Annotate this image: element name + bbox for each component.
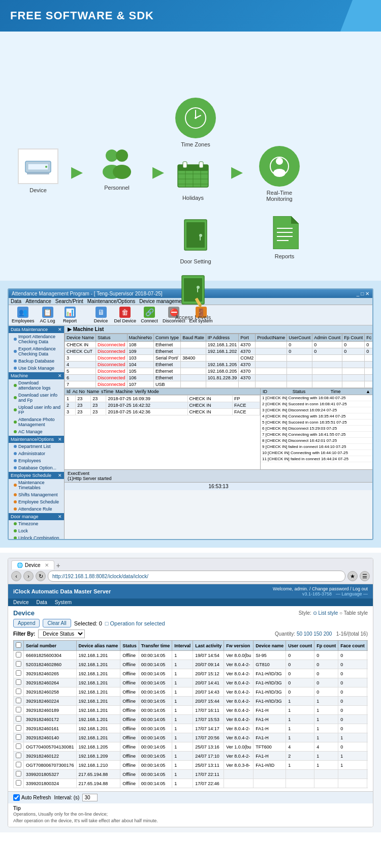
tab-report[interactable]: 📊 Report: [61, 307, 79, 323]
sidebar-export[interactable]: Export Attendance Checking Data: [9, 345, 64, 357]
log-row[interactable]: 123232018-07-25 16:09:39CHECK INFP: [65, 396, 260, 402]
list-item[interactable]: 3929182460172192.168.1.201Offline00:00:1…: [14, 715, 368, 724]
tab-close[interactable]: ✕: [45, 562, 49, 568]
row-checkbox[interactable]: [16, 762, 21, 767]
select-all-cb[interactable]: [16, 642, 21, 648]
table-row[interactable]: CHECK INDisconnected108Ethernet192.168.1…: [65, 342, 373, 348]
table-row[interactable]: 3Disconnected103Serial Port/38400COM2: [65, 355, 373, 362]
row-checkbox[interactable]: [16, 716, 21, 722]
list-item[interactable]: 3929182460264192.168.1.201Offline00:00:1…: [14, 678, 368, 687]
list-item[interactable]: 3399201805327217.65.194.88Offline00:00:1…: [14, 770, 368, 779]
sidebar-employees[interactable]: Employees: [9, 457, 64, 464]
sidebar-dl-user[interactable]: Download user info and Fp: [9, 392, 64, 404]
nav-menu-device[interactable]: Device: [13, 600, 29, 605]
sidebar-section-door[interactable]: Door manage✕: [9, 513, 64, 520]
list-item[interactable]: 3929182460189192.168.1.201Offline00:00:1…: [14, 706, 368, 715]
sidebar-disk[interactable]: Use Disk Manage: [9, 365, 64, 372]
browser-tab-device[interactable]: 🌐 Device ✕: [11, 560, 54, 570]
sidebar-photo[interactable]: Attendance Photo Management: [9, 416, 64, 428]
bookmark-btn[interactable]: ★: [347, 571, 358, 581]
filter-select[interactable]: Device Status: [38, 630, 85, 638]
sidebar-section-machine[interactable]: Machine✕: [9, 372, 64, 379]
row-checkbox[interactable]: [16, 679, 21, 685]
row-checkbox-cell[interactable]: [14, 669, 24, 678]
sidebar-dept[interactable]: Department List: [9, 443, 64, 450]
sidebar-ac[interactable]: AC Manage: [9, 428, 64, 435]
sidebar-emp-schedule[interactable]: Employee Schedule: [9, 498, 64, 505]
row-checkbox-cell[interactable]: [14, 660, 24, 669]
tab-ac-log[interactable]: 📋 AC Log: [39, 307, 57, 323]
table-row[interactable]: 4Disconnected104Ethernet192.168.1.205437…: [65, 362, 373, 368]
table-style-option[interactable]: ○ Table style: [339, 610, 368, 616]
btn-connect[interactable]: 🔗 Connect: [140, 307, 158, 323]
list-item[interactable]: 3929182460224192.168.1.201Offline00:00:1…: [14, 697, 368, 706]
list-item[interactable]: 3929182460161192.168.1.201Offline00:00:1…: [14, 724, 368, 733]
row-checkbox-cell[interactable]: [14, 651, 24, 660]
row-checkbox-cell[interactable]: [14, 697, 24, 706]
row-checkbox[interactable]: [16, 689, 21, 694]
qty-100[interactable]: 100: [304, 631, 312, 637]
sidebar-section-schedule[interactable]: Employee Schedule✕: [9, 472, 64, 479]
list-item[interactable]: 3399201800324217.65.194.88Offline00:00:1…: [14, 779, 368, 788]
menu-data[interactable]: Data: [11, 298, 21, 304]
btn-device[interactable]: 🖥 Device: [92, 307, 110, 323]
row-checkbox[interactable]: [16, 652, 21, 657]
sidebar-att-rule[interactable]: Attendance Rule: [9, 505, 64, 513]
row-checkbox-cell[interactable]: [14, 779, 24, 788]
row-checkbox-cell[interactable]: [14, 724, 24, 733]
qty-200[interactable]: 200: [324, 631, 332, 637]
tab-employees[interactable]: 👥 Employees: [12, 307, 35, 323]
table-row[interactable]: 5Disconnected105Ethernet192.168.0.205437…: [65, 368, 373, 375]
append-btn[interactable]: Append: [13, 619, 40, 627]
row-checkbox[interactable]: [16, 734, 21, 740]
row-checkbox-cell[interactable]: [14, 742, 24, 752]
list-item[interactable]: 66691825600304192.168.1.201Offline00:00:…: [14, 651, 368, 660]
list-item[interactable]: 52031824602860192.168.1.201Offline00:00:…: [14, 660, 368, 669]
list-item[interactable]: 3929182460140192.168.1.201Offline00:00:1…: [14, 733, 368, 742]
row-checkbox[interactable]: [16, 661, 21, 667]
nav-menu-system[interactable]: System: [55, 600, 72, 605]
qty-50[interactable]: 50: [297, 631, 302, 637]
list-style-option[interactable]: ⊙ List style: [313, 610, 339, 616]
row-checkbox[interactable]: [16, 771, 21, 776]
row-checkbox-cell[interactable]: [14, 733, 24, 742]
sidebar-dl-logs[interactable]: Download attendance logs: [9, 379, 64, 392]
sidebar-timetable[interactable]: Maintenance Timetables: [9, 479, 64, 491]
sidebar-lock[interactable]: Lock: [9, 527, 64, 534]
log-row[interactable]: 323232018-07-25 16:42:36CHECK INFACE: [65, 409, 260, 415]
url-bar[interactable]: http://192.168.1.88:8082/iclock/data/icl…: [48, 571, 345, 582]
sidebar-unlock-combo[interactable]: Unlock Combination: [9, 534, 64, 539]
btn-del-device[interactable]: 🗑 Del Device: [114, 307, 137, 323]
row-checkbox[interactable]: [16, 707, 21, 712]
nav-menu-data[interactable]: Data: [37, 600, 47, 605]
sidebar-ul-user[interactable]: Upload user info and FP: [9, 404, 64, 416]
sidebar-shifts[interactable]: Shifts Management: [9, 491, 64, 498]
sidebar-admin[interactable]: Administrator: [9, 450, 64, 457]
row-checkbox-cell[interactable]: [14, 752, 24, 761]
machine-table-wrapper[interactable]: Device Name Status MachineNo Comm type B…: [65, 334, 372, 388]
sidebar-db-option[interactable]: Database Option...: [9, 464, 64, 471]
list-item[interactable]: 3929182460122192.168.1.209Offline00:00:1…: [14, 752, 368, 761]
list-item[interactable]: OGT704005704130081192.168.1.205Offline00…: [14, 742, 368, 752]
menu-btn[interactable]: ☰: [360, 571, 370, 581]
sidebar-import[interactable]: Import Attendance Checking Data: [9, 333, 64, 345]
device-table-wrapper[interactable]: Serial number Device alias name Status T…: [13, 640, 368, 788]
operation-label[interactable]: □ Operation for selected: [105, 620, 165, 626]
row-checkbox[interactable]: [16, 725, 21, 731]
row-checkbox[interactable]: [16, 753, 21, 758]
new-tab-btn[interactable]: +: [56, 561, 60, 570]
row-checkbox-cell[interactable]: [14, 770, 24, 779]
row-checkbox[interactable]: [16, 698, 21, 703]
refresh-btn[interactable]: ↻: [36, 571, 46, 581]
row-checkbox-cell[interactable]: [14, 687, 24, 697]
forward-btn[interactable]: ›: [23, 571, 34, 581]
clear-all-btn[interactable]: Clear All: [43, 619, 71, 627]
list-item[interactable]: OGT708006707300176192.168.1.210Offline00…: [14, 761, 368, 770]
list-item[interactable]: 3929182460258192.168.1.201Offline00:00:1…: [14, 687, 368, 697]
row-checkbox-cell[interactable]: [14, 678, 24, 687]
sidebar-backup[interactable]: Backup Database: [9, 357, 64, 365]
auto-refresh-checkbox[interactable]: [13, 794, 20, 801]
table-row[interactable]: CHECK CuTDisconnected109Ethernet192.168.…: [65, 348, 373, 355]
table-row[interactable]: 7Disconnected107USB3204: [65, 381, 373, 388]
row-checkbox-cell[interactable]: [14, 706, 24, 715]
